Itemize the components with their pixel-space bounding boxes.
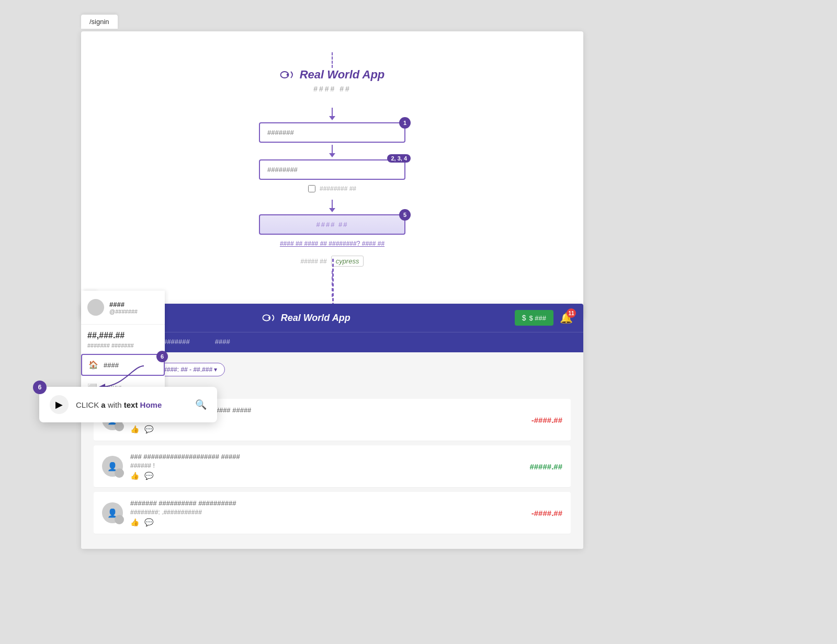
cypress-label: ##### ## [301,258,327,265]
tx-info-2: ####### ########## ########## ########: … [130,499,524,526]
app-subtitle: #### ## [313,85,351,93]
password-field-box: 2, 3, 4 [259,159,405,180]
signin-tab-label: /signin [89,18,109,26]
tx-title-1: ### #################### ##### [130,453,522,461]
arrow-1 [329,108,335,120]
sidebar-username: #### [109,301,138,308]
tx-avatar-small-0 [115,422,124,431]
like-icon-0[interactable]: 👍 [130,425,139,433]
remember-label: ######## ## [320,185,356,192]
new-transaction-button[interactable]: $ $ ### [515,310,553,326]
comment-icon-2[interactable]: 💬 [144,518,153,526]
notification-count-badge: 11 [567,308,576,318]
submit-label: #### ## [316,221,348,228]
tx-avatar-small-2 [115,515,124,524]
cypress-logo: cypress [331,256,364,267]
command-tooltip: 6 ▶ CLICK a with text Home 🔍 [39,387,217,422]
sidebar-balance: ##,###.## [81,325,165,342]
sidebar-user-row: #### @####### [81,291,165,325]
header-app-title: Real World App [281,313,350,324]
tx-amount-0: -####.## [531,416,562,424]
username-field-box: 1 [259,122,405,143]
comment-icon-1[interactable]: 💬 [144,472,153,480]
app-logo-icon [280,70,296,80]
header-logo-icon [262,313,277,323]
like-icon-1[interactable]: 👍 [130,472,139,480]
sidebar-balance-label: ####### ####### [81,342,165,354]
new-transaction-label: $ ### [529,314,546,322]
transaction-row: 👤 ### #################### ##### ###### … [94,445,571,488]
header-right: $ $ ### 🔔 11 [515,310,573,326]
password-input[interactable] [259,159,405,180]
dollar-sign-icon: $ [522,314,526,322]
subnav-item-mine[interactable]: #### [202,332,243,352]
home-icon: 🏠 [88,360,98,370]
cmd-badge: 6 [33,381,47,394]
tx-actions-2: 👍 💬 [130,518,524,526]
search-icon[interactable]: 🔍 [195,399,207,410]
tx-sub-1: ###### ! [130,462,522,469]
username-input[interactable] [259,122,405,143]
filter-date-label: ######: ## - ##.### ▾ [156,366,218,373]
signin-tab[interactable]: /signin [81,15,118,29]
app-title-top: Real World App [300,68,385,82]
cmd-click-word: CLICK [76,400,99,409]
transaction-row: 👤 ####### ########## ########## ########… [94,492,571,534]
cmd-text-word: text [124,400,138,409]
tx-avatar-2: 👤 [102,502,123,523]
subnav-label-1: ####### [163,338,190,346]
svg-point-1 [286,74,289,76]
header-logo-row: Real World App [106,313,506,324]
arrow-3 [329,200,335,212]
tx-amount-1: #####.## [529,462,562,471]
cmd-with-word: with [108,400,122,409]
field1-badge: 1 [399,117,411,129]
signin-submit-button[interactable]: #### ## [259,214,405,235]
subnav-label-2: #### [215,338,230,346]
arrow-2 [329,145,335,157]
tx-amount-2: -####.## [531,509,562,518]
connector-top [332,52,333,68]
sidebar-item-home[interactable]: 🏠 #### 6 [81,354,165,376]
tx-avatar-1: 👤 [102,456,123,477]
notifications-button[interactable]: 🔔 11 [560,312,573,324]
step-badge-home: 6 [156,351,168,362]
app-logo-row: Real World App [280,68,385,82]
tx-avatar-small-1 [115,468,124,478]
tx-actions-0: 👍 💬 [130,425,524,433]
sidebar-handle: @####### [109,308,138,315]
cmd-text: CLICK a with text Home [76,400,188,409]
cursor-icon: ▶ [50,395,69,414]
sidebar-panel: #### @####### ##,###.## ####### ####### … [81,291,165,398]
filter-row: ####: ### ▾ ######: ## - ##.### ▾ [94,363,571,376]
comment-icon-0[interactable]: 💬 [144,425,153,433]
submit-btn-box: #### ## 5 [259,214,405,235]
sidebar-home-label: #### [104,361,119,369]
forgot-password-link[interactable]: #### ## #### ## ########? #### ## [280,240,384,247]
remember-row: ######## ## [308,185,356,192]
svg-point-3 [268,317,270,319]
cmd-a-word: a [101,400,105,409]
sidebar-avatar [87,299,104,316]
sidebar-user-info: #### @####### [109,301,138,315]
submit-badge: 5 [399,209,411,221]
like-icon-2[interactable]: 👍 [130,518,139,526]
tx-actions-1: 👍 💬 [130,472,522,480]
remember-checkbox[interactable] [308,185,315,192]
tx-sub-2: ########: .########### [130,509,524,516]
tx-info-1: ### #################### ##### ###### ! … [130,453,522,480]
field2-badge: 2, 3, 4 [387,154,411,163]
cmd-home-word: Home [140,400,162,409]
tx-title-2: ####### ########## ########## [130,499,524,507]
